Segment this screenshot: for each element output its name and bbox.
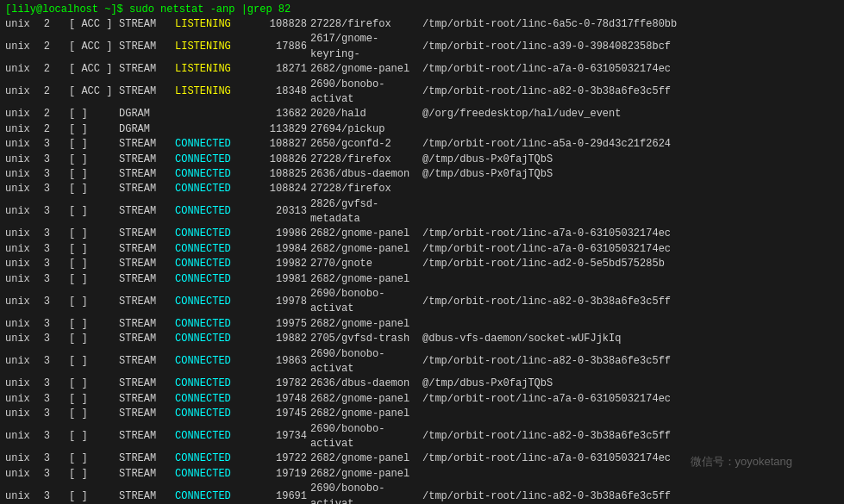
col-send [53, 17, 69, 32]
col-flags: [ ] [69, 407, 119, 421]
col-proto: unix [5, 167, 38, 182]
col-pid: 2617/gnome-keyring- [310, 32, 422, 62]
netstat-output: unix 2 [ ACC ] STREAM LISTENING 108828 2… [5, 17, 839, 504]
col-state: CONNECTED [175, 167, 254, 182]
table-row: unix 3 [ ] STREAM CONNECTED 19981 2682/g… [5, 272, 839, 287]
col-state: CONNECTED [175, 287, 254, 317]
col-type: STREAM [119, 62, 175, 77]
col-type: DGRAM [119, 122, 175, 137]
prompt-line: [lily@localhost ~]$ sudo netstat -anp |g… [5, 3, 839, 16]
col-type: STREAM [119, 78, 175, 108]
col-type: STREAM [119, 227, 175, 241]
table-row: unix 3 [ ] STREAM CONNECTED 19978 2690/b… [5, 287, 839, 317]
col-proto: unix [5, 467, 38, 482]
col-pid: 2682/gnome-panel [310, 467, 422, 482]
col-recv: 3 [38, 407, 53, 421]
col-pid: 2682/gnome-panel [310, 62, 422, 77]
col-recv: 2 [38, 62, 53, 77]
col-path: /tmp/orbit-root/linc-a82-0-3b38a6fe3c5ff [422, 78, 839, 108]
col-pid: 2636/dbus-daemon [310, 376, 422, 391]
col-flags: [ ] [69, 347, 119, 377]
col-recv: 3 [38, 317, 53, 332]
col-recv: 3 [38, 467, 53, 482]
col-type: STREAM [119, 482, 175, 504]
col-inode: 19782 [254, 376, 310, 391]
col-send [53, 467, 69, 482]
col-state: CONNECTED [175, 347, 254, 377]
col-flags: [ ] [69, 122, 119, 137]
table-row: unix 3 [ ] STREAM CONNECTED 19691 2690/b… [5, 482, 839, 504]
col-recv: 3 [38, 257, 53, 271]
col-proto: unix [5, 152, 38, 167]
col-proto: unix [5, 137, 38, 152]
col-send [53, 167, 69, 182]
col-type: STREAM [119, 287, 175, 317]
col-type: STREAM [119, 422, 175, 452]
col-flags: [ ] [69, 227, 119, 241]
table-row: unix 3 [ ] STREAM CONNECTED 19986 2682/g… [5, 227, 839, 241]
col-state: CONNECTED [175, 272, 254, 287]
col-send [53, 242, 69, 257]
col-state: CONNECTED [175, 257, 254, 271]
col-type: STREAM [119, 197, 175, 227]
col-inode: 20313 [254, 197, 310, 227]
col-type: STREAM [119, 407, 175, 421]
col-inode: 108827 [254, 137, 310, 152]
col-path: /tmp/orbit-root/linc-a7a-0-63105032174ec [422, 227, 839, 241]
col-path: @/tmp/dbus-Px0fajTQbS [422, 376, 839, 391]
col-pid: 2770/gnote [310, 257, 422, 271]
col-path: @/tmp/dbus-Px0fajTQbS [422, 167, 839, 182]
table-row: unix 3 [ ] STREAM CONNECTED 108825 2636/… [5, 167, 839, 182]
col-flags: [ ] [69, 451, 119, 466]
col-recv: 2 [38, 107, 53, 121]
col-type: STREAM [119, 332, 175, 346]
col-type: STREAM [119, 182, 175, 196]
col-state: CONNECTED [175, 137, 254, 152]
col-path: /tmp/orbit-root/linc-6a5c-0-78d317ffe80b… [422, 17, 839, 32]
table-row: unix 3 [ ] STREAM CONNECTED 19984 2682/g… [5, 242, 839, 257]
col-recv: 3 [38, 332, 53, 346]
col-path: /tmp/orbit-root/linc-a39-0-3984082358bcf [422, 32, 839, 62]
col-state [175, 107, 254, 121]
col-inode: 19882 [254, 332, 310, 346]
col-pid: 2682/gnome-panel [310, 407, 422, 421]
table-row: unix 2 [ ACC ] STREAM LISTENING 108828 2… [5, 17, 839, 32]
col-proto: unix [5, 392, 38, 407]
table-row: unix 3 [ ] STREAM CONNECTED 19782 2636/d… [5, 376, 839, 391]
col-type: STREAM [119, 451, 175, 466]
col-path: /tmp/orbit-root/linc-a82-0-3b38a6fe3c5ff [422, 347, 839, 377]
col-path [422, 407, 839, 421]
col-inode: 113829 [254, 122, 310, 137]
col-send [53, 182, 69, 196]
col-send [53, 197, 69, 227]
col-flags: [ ACC ] [69, 78, 119, 108]
col-recv: 2 [38, 17, 53, 32]
col-proto: unix [5, 242, 38, 257]
col-proto: unix [5, 107, 38, 121]
col-path: /tmp/orbit-root/linc-ad2-0-5e5bd575285b [422, 257, 839, 271]
col-inode: 19978 [254, 287, 310, 317]
col-state: LISTENING [175, 32, 254, 62]
col-flags: [ ] [69, 482, 119, 504]
col-send [53, 257, 69, 271]
col-inode: 18348 [254, 78, 310, 108]
col-inode: 108826 [254, 152, 310, 167]
col-type: STREAM [119, 257, 175, 271]
col-flags: [ ] [69, 287, 119, 317]
col-type: STREAM [119, 347, 175, 377]
col-flags: [ ] [69, 257, 119, 271]
col-proto: unix [5, 257, 38, 271]
col-inode: 19863 [254, 347, 310, 377]
col-proto: unix [5, 122, 38, 137]
col-inode: 19691 [254, 482, 310, 504]
col-pid: 2682/gnome-panel [310, 317, 422, 332]
col-recv: 3 [38, 392, 53, 407]
col-inode: 19745 [254, 407, 310, 421]
col-send [53, 152, 69, 167]
col-pid: 2826/gvfsd-metadata [310, 197, 422, 227]
col-state: LISTENING [175, 62, 254, 77]
col-state: CONNECTED [175, 227, 254, 241]
col-proto: unix [5, 182, 38, 196]
col-send [53, 376, 69, 391]
col-type: STREAM [119, 317, 175, 332]
